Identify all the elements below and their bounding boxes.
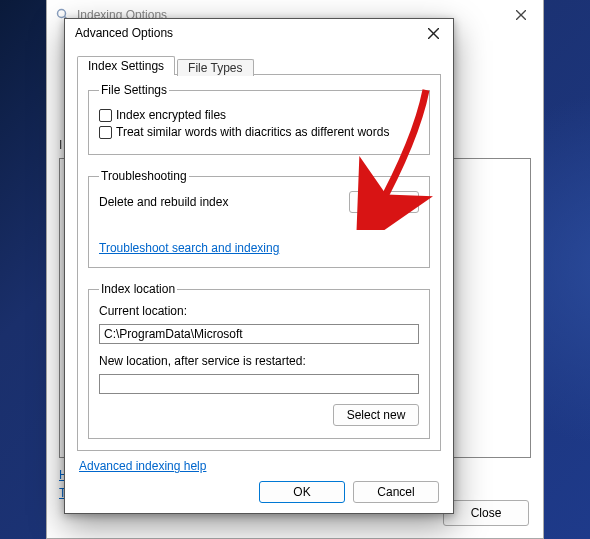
child-close-button[interactable] bbox=[413, 19, 453, 47]
cancel-button[interactable]: Cancel bbox=[353, 481, 439, 503]
advanced-indexing-help-link[interactable]: Advanced indexing help bbox=[79, 459, 206, 473]
tab-file-types[interactable]: File Types bbox=[177, 59, 253, 76]
parent-close-button[interactable] bbox=[498, 0, 543, 30]
index-location-group: Index location Current location: C:\Prog… bbox=[88, 282, 430, 439]
tabs: Index Settings File Types bbox=[77, 53, 441, 75]
close-icon bbox=[516, 10, 526, 20]
index-location-legend: Index location bbox=[99, 282, 177, 296]
child-titlebar: Advanced Options bbox=[65, 19, 453, 47]
new-location-field[interactable] bbox=[99, 374, 419, 394]
current-location-label: Current location: bbox=[99, 304, 419, 318]
index-encrypted-label: Index encrypted files bbox=[116, 108, 226, 122]
svg-point-0 bbox=[58, 10, 66, 18]
diacritics-label: Treat similar words with diacritics as d… bbox=[116, 125, 389, 139]
new-location-label: New location, after service is restarted… bbox=[99, 354, 419, 368]
close-icon bbox=[428, 28, 439, 39]
advanced-options-window: Advanced Options Index Settings File Typ… bbox=[64, 18, 454, 514]
diacritics-checkbox[interactable] bbox=[99, 126, 112, 139]
index-encrypted-checkbox[interactable] bbox=[99, 109, 112, 122]
tab-panel-index-settings: File Settings Index encrypted files Trea… bbox=[77, 74, 441, 451]
rebuild-button[interactable]: Rebuild bbox=[349, 191, 419, 213]
delete-rebuild-label: Delete and rebuild index bbox=[99, 195, 228, 209]
file-settings-group: File Settings Index encrypted files Trea… bbox=[88, 83, 430, 155]
tab-index-settings[interactable]: Index Settings bbox=[77, 56, 175, 75]
parent-list-label: I bbox=[59, 138, 62, 152]
troubleshooting-group: Troubleshooting Delete and rebuild index… bbox=[88, 169, 430, 268]
select-new-button[interactable]: Select new bbox=[333, 404, 419, 426]
troubleshooting-legend: Troubleshooting bbox=[99, 169, 189, 183]
current-location-field: C:\ProgramData\Microsoft bbox=[99, 324, 419, 344]
ok-button[interactable]: OK bbox=[259, 481, 345, 503]
child-window-title: Advanced Options bbox=[75, 26, 173, 40]
parent-close-dialog-button[interactable]: Close bbox=[443, 500, 529, 526]
file-settings-legend: File Settings bbox=[99, 83, 169, 97]
troubleshoot-link[interactable]: Troubleshoot search and indexing bbox=[99, 241, 419, 255]
